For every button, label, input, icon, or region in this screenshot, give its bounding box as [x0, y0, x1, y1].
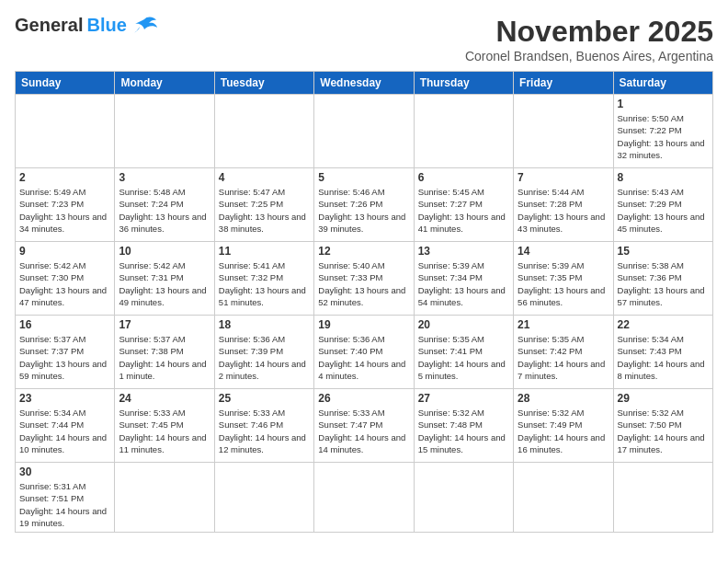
empty-cell [314, 463, 414, 533]
header-thursday: Thursday [414, 72, 513, 95]
header-tuesday: Tuesday [214, 72, 313, 95]
table-row: 16 Sunrise: 5:37 AMSunset: 7:37 PMDaylig… [16, 316, 713, 389]
empty-cell [514, 463, 613, 533]
day-27: 27 Sunrise: 5:32 AMSunset: 7:48 PMDaylig… [414, 389, 513, 463]
table-row: 9 Sunrise: 5:42 AMSunset: 7:30 PMDayligh… [16, 242, 713, 316]
day-4: 4 Sunrise: 5:47 AMSunset: 7:25 PMDayligh… [214, 168, 313, 242]
empty-cell [314, 95, 414, 168]
day-29: 29 Sunrise: 5:32 AMSunset: 7:50 PMDaylig… [613, 389, 712, 463]
empty-cell [16, 95, 115, 168]
logo: General Blue [15, 15, 158, 36]
day-2: 2 Sunrise: 5:49 AMSunset: 7:23 PMDayligh… [16, 168, 115, 242]
empty-cell [414, 463, 513, 533]
page-header: General Blue November 2025 Coronel Brand… [15, 15, 713, 63]
header-sunday: Sunday [16, 72, 115, 95]
header-monday: Monday [115, 72, 214, 95]
weekday-header-row: Sunday Monday Tuesday Wednesday Thursday… [16, 72, 713, 95]
location-subtitle: Coronel Brandsen, Buenos Aires, Argentin… [465, 49, 713, 63]
day-9: 9 Sunrise: 5:42 AMSunset: 7:30 PMDayligh… [16, 242, 115, 316]
day-5: 5 Sunrise: 5:46 AMSunset: 7:26 PMDayligh… [314, 168, 414, 242]
logo-text-general: General [15, 15, 83, 36]
logo-text-blue: Blue [86, 15, 126, 36]
day-8: 8 Sunrise: 5:43 AMSunset: 7:29 PMDayligh… [613, 168, 712, 242]
day-21: 21 Sunrise: 5:35 AMSunset: 7:42 PMDaylig… [514, 316, 613, 389]
day-24: 24 Sunrise: 5:33 AMSunset: 7:45 PMDaylig… [115, 389, 214, 463]
day-11: 11 Sunrise: 5:41 AMSunset: 7:32 PMDaylig… [214, 242, 313, 316]
calendar-table: Sunday Monday Tuesday Wednesday Thursday… [15, 71, 713, 533]
table-row: 1 Sunrise: 5:50 AMSunset: 7:22 PMDayligh… [16, 95, 713, 168]
logo-bird-icon [131, 16, 158, 36]
header-saturday: Saturday [613, 72, 712, 95]
header-friday: Friday [514, 72, 613, 95]
day-15: 15 Sunrise: 5:38 AMSunset: 7:36 PMDaylig… [613, 242, 712, 316]
day-7: 7 Sunrise: 5:44 AMSunset: 7:28 PMDayligh… [514, 168, 613, 242]
empty-cell [115, 463, 214, 533]
empty-cell [214, 95, 313, 168]
day-6: 6 Sunrise: 5:45 AMSunset: 7:27 PMDayligh… [414, 168, 513, 242]
day-14: 14 Sunrise: 5:39 AMSunset: 7:35 PMDaylig… [514, 242, 613, 316]
day-3: 3 Sunrise: 5:48 AMSunset: 7:24 PMDayligh… [115, 168, 214, 242]
day-10: 10 Sunrise: 5:42 AMSunset: 7:31 PMDaylig… [115, 242, 214, 316]
table-row: 2 Sunrise: 5:49 AMSunset: 7:23 PMDayligh… [16, 168, 713, 242]
day-19: 19 Sunrise: 5:36 AMSunset: 7:40 PMDaylig… [314, 316, 414, 389]
empty-cell [514, 95, 613, 168]
day-12: 12 Sunrise: 5:40 AMSunset: 7:33 PMDaylig… [314, 242, 414, 316]
day-26: 26 Sunrise: 5:33 AMSunset: 7:47 PMDaylig… [314, 389, 414, 463]
day-20: 20 Sunrise: 5:35 AMSunset: 7:41 PMDaylig… [414, 316, 513, 389]
day-28: 28 Sunrise: 5:32 AMSunset: 7:49 PMDaylig… [514, 389, 613, 463]
empty-cell [115, 95, 214, 168]
day-18: 18 Sunrise: 5:36 AMSunset: 7:39 PMDaylig… [214, 316, 313, 389]
day-30: 30 Sunrise: 5:31 AMSunset: 7:51 PMDaylig… [16, 463, 115, 533]
day-23: 23 Sunrise: 5:34 AMSunset: 7:44 PMDaylig… [16, 389, 115, 463]
day-1: 1 Sunrise: 5:50 AMSunset: 7:22 PMDayligh… [613, 95, 712, 168]
day-22: 22 Sunrise: 5:34 AMSunset: 7:43 PMDaylig… [613, 316, 712, 389]
header-wednesday: Wednesday [314, 72, 414, 95]
empty-cell [414, 95, 513, 168]
empty-cell [613, 463, 712, 533]
day-13: 13 Sunrise: 5:39 AMSunset: 7:34 PMDaylig… [414, 242, 513, 316]
day-16: 16 Sunrise: 5:37 AMSunset: 7:37 PMDaylig… [16, 316, 115, 389]
table-row: 23 Sunrise: 5:34 AMSunset: 7:44 PMDaylig… [16, 389, 713, 463]
table-row: 30 Sunrise: 5:31 AMSunset: 7:51 PMDaylig… [16, 463, 713, 533]
empty-cell [214, 463, 313, 533]
month-title: November 2025 [465, 15, 713, 49]
day-25: 25 Sunrise: 5:33 AMSunset: 7:46 PMDaylig… [214, 389, 313, 463]
title-area: November 2025 Coronel Brandsen, Buenos A… [465, 15, 713, 63]
day-17: 17 Sunrise: 5:37 AMSunset: 7:38 PMDaylig… [115, 316, 214, 389]
